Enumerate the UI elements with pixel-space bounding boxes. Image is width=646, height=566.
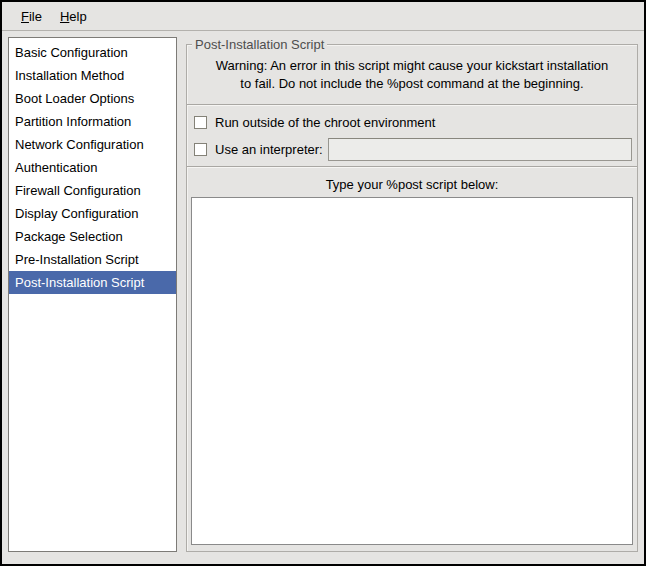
sidebar-item-installation-method[interactable]: Installation Method [9,64,176,87]
interpreter-checkbox-label: Use an interpreter: [215,142,323,157]
menu-help-rest: elp [69,9,86,24]
warning-text: Warning: An error in this script might c… [187,45,637,101]
warning-line-2: to fail. Do not include the %post comman… [197,75,627,93]
interpreter-option-row: Use an interpreter: [187,136,637,163]
sidebar-item-basic-configuration[interactable]: Basic Configuration [9,41,176,64]
sidebar-item-firewall-configuration[interactable]: Firewall Configuration [9,179,176,202]
chroot-checkbox[interactable] [194,116,207,129]
menubar: File Help [2,2,644,31]
script-area-label: Type your %post script below: [187,171,637,197]
warning-line-1: Warning: An error in this script might c… [197,57,627,75]
menu-help[interactable]: Help [51,5,96,28]
post-script-textarea[interactable] [191,197,633,545]
sidebar-item-post-installation-script[interactable]: Post-Installation Script [9,271,176,294]
frame-title: Post-Installation Script [192,36,327,53]
sidebar-item-partition-information[interactable]: Partition Information [9,110,176,133]
chroot-checkbox-label: Run outside of the chroot environment [215,115,435,130]
separator [187,104,637,106]
post-installation-frame: Post-Installation Script Warning: An err… [186,44,638,552]
separator [187,166,637,168]
sidebar-item-display-configuration[interactable]: Display Configuration [9,202,176,225]
sidebar-item-pre-installation-script[interactable]: Pre-Installation Script [9,248,176,271]
sidebar-item-authentication[interactable]: Authentication [9,156,176,179]
interpreter-checkbox[interactable] [194,143,207,156]
menu-help-mnemonic: H [60,9,69,24]
section-list: Basic Configuration Installation Method … [8,37,177,552]
menu-file-mnemonic: F [21,9,29,24]
interpreter-input[interactable] [328,138,632,161]
kickstart-configurator-window: File Help Basic Configuration Installati… [0,0,646,566]
menu-file-rest: ile [29,9,42,24]
sidebar-item-boot-loader-options[interactable]: Boot Loader Options [9,87,176,110]
sidebar-item-network-configuration[interactable]: Network Configuration [9,133,176,156]
menu-file[interactable]: File [12,5,51,28]
sidebar-item-package-selection[interactable]: Package Selection [9,225,176,248]
content-area: Basic Configuration Installation Method … [2,31,644,564]
chroot-option-row: Run outside of the chroot environment [187,109,637,136]
